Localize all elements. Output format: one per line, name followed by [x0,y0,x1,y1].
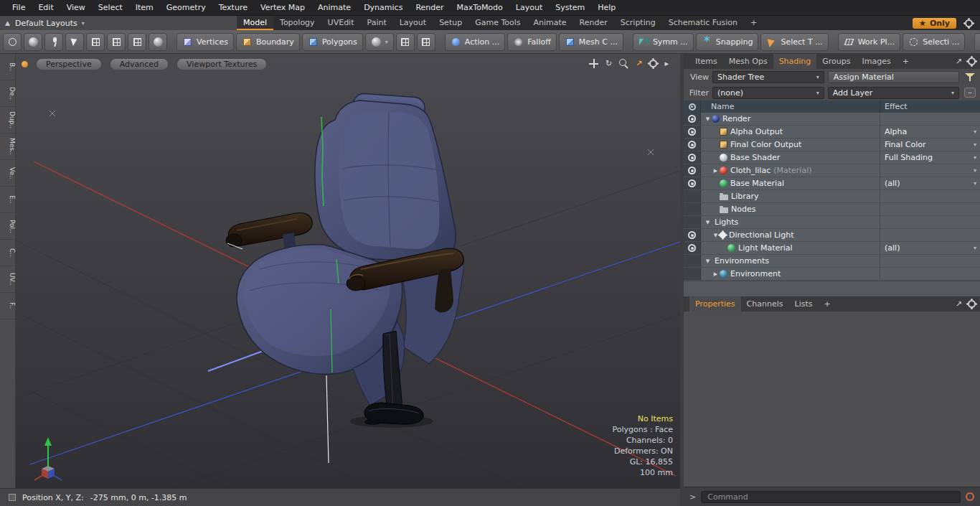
gear-icon[interactable] [965,19,973,27]
effect-dropdown-icon[interactable]: ▾ [974,141,976,148]
panel-expand-icon[interactable]: ↗ [956,57,962,66]
tab-animate[interactable]: Animate [527,16,573,30]
menu-item[interactable]: Item [129,0,160,16]
vstrip-tab-4[interactable]: Mes.. [0,133,16,160]
tab-channels[interactable]: Channels [741,296,789,311]
boundary-mode-button[interactable]: Boundary [236,33,300,51]
rotate-icon[interactable]: ↻ [606,59,612,68]
tab-schematic-fusion[interactable]: Schematic Fusion [662,16,744,30]
visibility-toggle[interactable] [684,151,701,164]
panel-gear-icon[interactable] [968,300,976,308]
visibility-toggle[interactable] [684,229,701,241]
tab-setup[interactable]: Setup [433,16,468,30]
command-input[interactable] [701,491,961,503]
tab-paint[interactable]: Paint [361,16,393,30]
perspective-button[interactable]: Perspective [36,58,102,70]
tree-row-library[interactable]: Library [684,190,980,203]
name-column-header[interactable]: Name [701,100,880,113]
snapping-button[interactable]: *Snapping [696,33,759,51]
vstrip-tab-7[interactable]: Pol.. [0,213,16,240]
menu-texture[interactable]: Texture [212,0,254,16]
eye-icon[interactable] [688,128,696,136]
expand-arrow-icon[interactable]: ▶ [712,168,720,174]
menu-render[interactable]: Render [409,0,450,16]
menu-system[interactable]: System [549,0,591,16]
tree-row-lights[interactable]: ▼Lights [684,216,980,229]
tab-images[interactable]: Images [857,54,897,69]
grid-tool-button-1[interactable] [86,33,105,51]
eye-icon[interactable] [688,115,696,123]
add-layer-dropdown[interactable]: Add Layer ▾ [828,87,959,99]
tab-shading[interactable]: Shading [773,54,817,69]
view-dropdown[interactable]: Shader Tree ▾ [712,71,824,83]
tab-add[interactable]: + [744,16,763,30]
tab-items[interactable]: Items [689,54,723,69]
zoom-icon[interactable] [619,59,628,68]
menu-help[interactable]: Help [591,0,622,16]
menu-animate[interactable]: Animate [311,0,357,16]
vstrip-tab-3[interactable]: Dup.. [0,107,16,133]
tab-game-tools[interactable]: Game Tools [468,16,527,30]
vstrip-tab-1[interactable]: B.. [0,54,16,80]
visibility-toggle[interactable] [684,126,701,138]
falloff-button[interactable]: Falloff [507,33,556,51]
tab-add-properties[interactable]: + [818,296,836,311]
tree-row-render[interactable]: ▼Render [684,113,980,126]
eye-icon[interactable] [688,154,696,161]
menu-file[interactable]: File [6,0,32,16]
tree-row-final-color-output[interactable]: Final Color Output Final Color▾ [684,139,980,151]
tree-row-environment[interactable]: ▶Environment [684,268,980,281]
tree-row-directional-light[interactable]: ▼Directional Light [684,229,980,242]
visibility-toggle[interactable] [684,177,701,189]
menu-maxtomodo[interactable]: MaxToModo [451,0,509,16]
default-layouts-dropdown[interactable]: Default Layouts ▾ [15,19,85,28]
menu-dynamics[interactable]: Dynamics [357,0,409,16]
menu-layout[interactable]: Layout [509,0,549,16]
tree-row-base-material[interactable]: Base Material (all)▾ [684,177,980,190]
tree-row-nodes[interactable]: Nodes [684,203,980,216]
expand-arrow-icon[interactable]: ▼ [712,233,720,238]
grid-tool-button-2[interactable] [107,33,126,51]
filter-funnel-icon[interactable] [965,72,975,82]
mesh-constraints-button[interactable]: Mesh C ... [559,33,623,51]
tree-row-environments[interactable]: ▼Environments [684,255,980,268]
tab-groups[interactable]: Groups [816,54,856,69]
vstrip-tab-8[interactable]: C.. [0,240,16,266]
visibility-toggle[interactable] [684,113,701,125]
only-button[interactable]: ★ Only [913,18,956,29]
polygons-mode-button[interactable]: Polygons [302,33,363,51]
eye-icon[interactable] [688,231,696,239]
remove-layer-button[interactable]: – [964,88,976,98]
symmetry-button[interactable]: Symm ... [633,33,694,51]
effect-dropdown-icon[interactable]: ▾ [974,128,976,135]
effect-dropdown-icon[interactable]: ▾ [974,154,976,161]
eye-icon[interactable] [688,167,696,174]
pin-tool-button[interactable] [44,33,63,51]
visibility-toggle[interactable] [684,242,701,254]
vstrip-tab-5[interactable]: Ve.. [0,160,16,187]
vstrip-tab-2[interactable]: De.. [0,80,16,107]
work-plane-button[interactable]: Work Pl... [838,33,901,51]
eye-icon[interactable] [688,141,696,149]
tree-row-light-material[interactable]: Light Material (all)▾ [684,242,980,255]
effect-column-header[interactable]: Effect [880,100,980,113]
menu-select[interactable]: Select [92,0,129,16]
preset-view-button-2[interactable] [417,33,435,51]
vertices-mode-button[interactable]: Vertices [176,33,234,51]
select-through-button[interactable]: Select T ... [760,33,828,51]
layout-up-icon[interactable]: ▲ [5,19,10,27]
menu-edit[interactable]: Edit [32,0,60,16]
tab-scripting[interactable]: Scripting [614,16,662,30]
visibility-toggle[interactable] [684,139,701,151]
effect-dropdown-icon[interactable]: ▾ [974,180,976,187]
panel-gear-icon[interactable] [968,57,976,65]
item-mode-dropdown[interactable]: ▾ [365,33,394,51]
vstrip-tab-10[interactable]: F.. [0,293,16,319]
ellipse-tool-button[interactable] [3,33,22,51]
eye-icon[interactable] [688,179,696,187]
expand-arrow-icon[interactable]: ▶ [712,271,720,277]
viewport-textures-button[interactable]: Viewport Textures [176,58,267,70]
effect-dropdown-icon[interactable]: ▾ [974,167,976,174]
menu-geometry[interactable]: Geometry [160,0,212,16]
viewport-sync-dot-icon[interactable] [22,61,28,67]
